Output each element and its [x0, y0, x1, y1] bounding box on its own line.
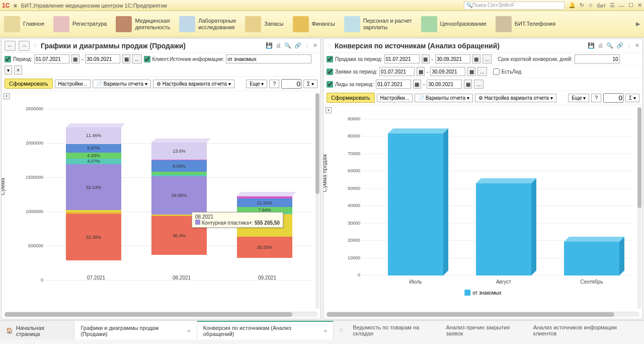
panel-icon[interactable]: ☰ [610, 2, 615, 9]
global-search[interactable]: 🔍 Поиск Ctrl+Shift+F [464, 2, 565, 10]
more-menu-icon[interactable]: ⋮ [304, 42, 310, 49]
calendar-icon[interactable]: ▦ [467, 67, 475, 76]
minimize-icon[interactable]: — [619, 3, 624, 9]
sales-period-checkbox[interactable] [327, 56, 333, 62]
help-button[interactable]: ? [269, 80, 279, 88]
more-button[interactable]: Еще ▾ [246, 80, 267, 88]
nav-stock[interactable]: Запасы [245, 16, 283, 32]
favorite-icon[interactable]: ☆ [588, 2, 593, 9]
sales-from[interactable] [384, 54, 420, 63]
link-info-sources[interactable]: Анализ источников информации клиентов [533, 324, 639, 336]
variant-setup-button[interactable]: ⚙ Настройка варианта отчета ▾ [153, 80, 234, 88]
pane-close-icon[interactable]: ✕ [635, 42, 639, 49]
leads-period-checkbox[interactable] [327, 81, 333, 88]
variant-setup-button[interactable]: ⚙ Настройка варианта отчета ▾ [475, 94, 556, 102]
nav-main[interactable]: Главное [4, 16, 44, 32]
vertical-scrollbar[interactable] [637, 107, 641, 309]
tab-conversion[interactable]: Конверсия по источникам (Анализ обращени… [197, 321, 334, 339]
nav-lab[interactable]: Лабораторные исследования [179, 16, 236, 32]
tab-close-icon[interactable]: × [187, 328, 190, 334]
horizontal-scrollbar[interactable] [5, 312, 317, 317]
star-icon[interactable]: ☆ [339, 327, 344, 333]
nav-medical[interactable]: Медицинская деятельность [116, 16, 170, 32]
hamburger-icon[interactable]: ≡ [14, 3, 17, 9]
period-btn[interactable]: ... [477, 67, 487, 76]
forward-button[interactable]: → [19, 41, 30, 51]
nav-reception[interactable]: Регистратура [53, 16, 107, 32]
expand-icon[interactable]: + [4, 93, 10, 99]
orders-to[interactable] [430, 67, 465, 76]
count-field[interactable] [281, 79, 301, 89]
horizontal-scrollbar[interactable] [327, 312, 639, 317]
nav-finance[interactable]: Финансы [293, 16, 335, 32]
back-button[interactable]: ← [5, 41, 16, 51]
date-from[interactable] [34, 54, 69, 63]
variants-button[interactable]: 📄 Варианты отчета ▾ [415, 94, 473, 102]
generate-button[interactable]: Сформировать [5, 79, 53, 89]
sum-button[interactable]: Σ ▾ [625, 94, 639, 102]
history-icon[interactable]: ↻ [580, 2, 584, 9]
maximize-icon[interactable]: ☐ [628, 2, 633, 9]
more-button[interactable]: Еще ▾ [568, 94, 589, 102]
print-icon[interactable]: 🖨 [276, 42, 281, 49]
settings-button[interactable]: Настройки... [55, 80, 91, 88]
generate-button[interactable]: Сформировать [327, 93, 375, 103]
preview-icon[interactable]: 🔍 [606, 42, 613, 49]
orders-from[interactable] [379, 67, 415, 76]
calendar-to-icon[interactable]: ▦ [122, 54, 130, 63]
nav-pricing[interactable]: Ценообразование [421, 16, 487, 32]
sum-button[interactable]: Σ ▾ [303, 80, 317, 88]
date-to[interactable] [85, 54, 120, 63]
help-button[interactable]: ? [591, 94, 601, 102]
calendar-icon[interactable]: ▦ [413, 80, 421, 89]
right-pane-title: Конверсия по источникам (Анализ обращени… [335, 42, 500, 50]
chart-legend: от знакомых [464, 290, 501, 296]
period-btn[interactable]: ... [482, 54, 492, 63]
source-field[interactable] [226, 54, 311, 63]
tab-close-icon[interactable]: × [324, 328, 327, 334]
calendar-icon[interactable]: ▦ [472, 54, 480, 63]
calendar-icon[interactable]: ▦ [417, 67, 425, 76]
bell-icon[interactable]: 🔔 [569, 2, 576, 9]
print-icon[interactable]: 🖨 [598, 42, 603, 49]
link-close-reasons[interactable]: Анализ причин закрытия заявок [446, 324, 526, 336]
nav-telephony[interactable]: БИТ.Телефония [496, 16, 555, 32]
tab-home[interactable]: 🏠 Начальная страница [0, 321, 74, 339]
source-clear-x-button[interactable]: × [14, 65, 22, 75]
period-checkbox[interactable] [5, 56, 11, 62]
star-icon[interactable]: ☆ [33, 42, 38, 49]
variants-button[interactable]: 📄 Варианты отчета ▾ [93, 80, 151, 88]
haslead-checkbox[interactable] [493, 68, 500, 75]
save-icon[interactable]: 💾 [266, 42, 273, 49]
count-field[interactable] [603, 93, 623, 103]
more-menu-icon[interactable]: ⋮ [626, 42, 632, 49]
source-clear-button[interactable]: ▾ [5, 65, 12, 75]
sales-to[interactable] [435, 54, 470, 63]
leads-to[interactable] [427, 80, 462, 89]
link-icon[interactable]: 🔗 [294, 42, 301, 49]
calendar-icon[interactable]: ▦ [422, 54, 430, 63]
conv-days-field[interactable] [575, 54, 620, 63]
source-label: Клиент.Источник информации: [152, 56, 224, 62]
user-label[interactable]: бит [597, 3, 606, 9]
link-stock-report[interactable]: Ведомость по товарам на складах [353, 324, 439, 336]
tab-sales-charts[interactable]: Графики и диаграммы продаж (Продажи) × [74, 321, 197, 339]
preview-icon[interactable]: 🔍 [284, 42, 291, 49]
pane-close-icon[interactable]: ✕ [313, 42, 317, 49]
vertical-scrollbar[interactable] [315, 93, 319, 309]
save-icon[interactable]: 💾 [588, 42, 595, 49]
leads-from[interactable] [376, 80, 411, 89]
star-icon[interactable]: ☆ [327, 42, 332, 49]
source-checkbox[interactable] [144, 56, 150, 62]
calendar-icon[interactable]: ▦ [464, 80, 472, 89]
orders-period-checkbox[interactable] [327, 68, 333, 75]
settings-button[interactable]: Настройки... [377, 94, 413, 102]
period-btn[interactable]: ... [474, 80, 483, 89]
nav-hr[interactable]: Персонал и расчет зарплаты [344, 16, 412, 32]
link-icon[interactable]: 🔗 [616, 42, 623, 49]
calendar-from-icon[interactable]: ▦ [71, 54, 79, 63]
toolbar-more-icon[interactable]: ▶ [636, 21, 640, 27]
period-select-button[interactable]: ... [132, 54, 141, 63]
close-icon[interactable]: ✕ [637, 2, 642, 9]
expand-icon[interactable]: + [326, 107, 332, 113]
